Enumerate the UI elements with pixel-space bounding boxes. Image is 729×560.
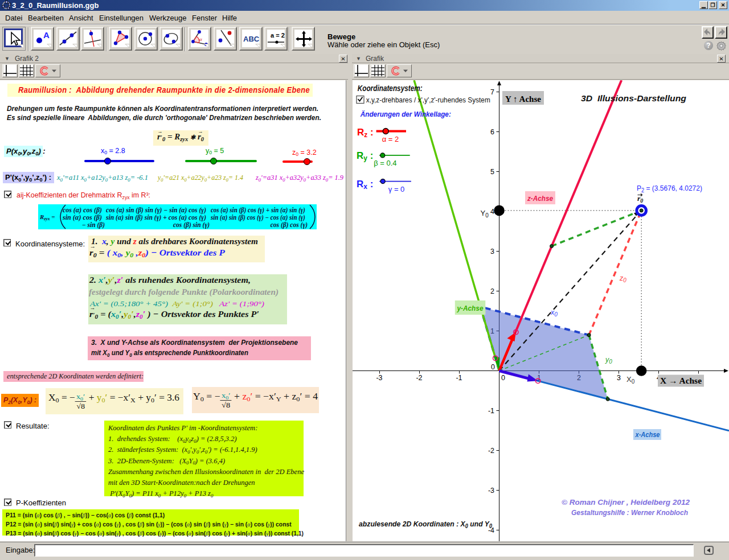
svg-text:2: 2: [490, 287, 494, 295]
svg-text:x-Achse: x-Achse: [635, 430, 660, 439]
svg-text:Koordinatensystem:: Koordinatensystem:: [358, 84, 423, 93]
svg-text:α = 2: α = 2: [382, 135, 399, 143]
svg-text:z0: z0: [619, 274, 626, 283]
svg-text:3: 3: [490, 248, 494, 256]
svg-text:a = 2: a = 2: [271, 32, 285, 39]
svg-text:α: α: [199, 36, 202, 42]
svg-text:© Roman Chijner , Heidelberg 2: © Roman Chijner , Heidelberg 2012: [562, 498, 690, 507]
svg-text:0: 0: [491, 363, 495, 371]
svg-text:X → Achse: X → Achse: [660, 376, 702, 385]
svg-text:Gestaltungshilfe : Werner Knob: Gestaltungshilfe : Werner Knobloch: [571, 508, 688, 517]
svg-text:4: 4: [490, 208, 494, 216]
svg-text:3D Illusions-Darstellung: 3D Illusions-Darstellung: [581, 93, 687, 103]
svg-text:ABC: ABC: [243, 35, 260, 43]
svg-text:-3: -3: [376, 374, 382, 382]
svg-text:-2: -2: [416, 374, 422, 382]
svg-text:6: 6: [490, 128, 494, 136]
svg-text:7: 7: [490, 88, 494, 96]
svg-text:-1: -1: [488, 407, 494, 415]
svg-text:5: 5: [490, 168, 494, 176]
svg-text:-1: -1: [456, 374, 462, 382]
svg-text:y0: y0: [605, 356, 612, 365]
svg-text:-2: -2: [488, 447, 494, 455]
svg-text:x0: x0: [550, 308, 558, 318]
svg-text:x,y,z-drehbares / x',y',z'-ruh: x,y,z-drehbares / x',y',z'-ruhendes Syst…: [366, 96, 490, 104]
svg-text:P2 = (3.5676, 4.0272): P2 = (3.5676, 4.0272): [637, 184, 702, 193]
svg-text:0: 0: [501, 374, 505, 382]
svg-text:Y0: Y0: [481, 209, 489, 219]
svg-text:y-Achse: y-Achse: [457, 304, 484, 312]
svg-text:β = 0.4: β = 0.4: [374, 159, 396, 167]
svg-text:-3: -3: [488, 487, 494, 495]
svg-text:A: A: [43, 30, 50, 40]
svg-text:Rz :: Rz :: [357, 127, 374, 139]
svg-text:3: 3: [617, 374, 621, 382]
svg-text:Änderungen der Winkellage:: Änderungen der Winkellage:: [360, 110, 451, 118]
svg-text:z-Achse: z-Achse: [527, 194, 553, 203]
svg-text:Ry :: Ry :: [357, 150, 373, 162]
svg-text:abzulesende 2D Koordinaten : X: abzulesende 2D Koordinaten : X0 und Y0: [359, 520, 492, 529]
svg-text:r0: r0: [637, 194, 643, 204]
svg-text:γ = 0: γ = 0: [388, 185, 405, 193]
svg-text:Y ↑ Achse: Y ↑ Achse: [505, 94, 541, 104]
svg-text:Rx :: Rx :: [357, 179, 373, 191]
svg-text:X0: X0: [626, 375, 635, 385]
